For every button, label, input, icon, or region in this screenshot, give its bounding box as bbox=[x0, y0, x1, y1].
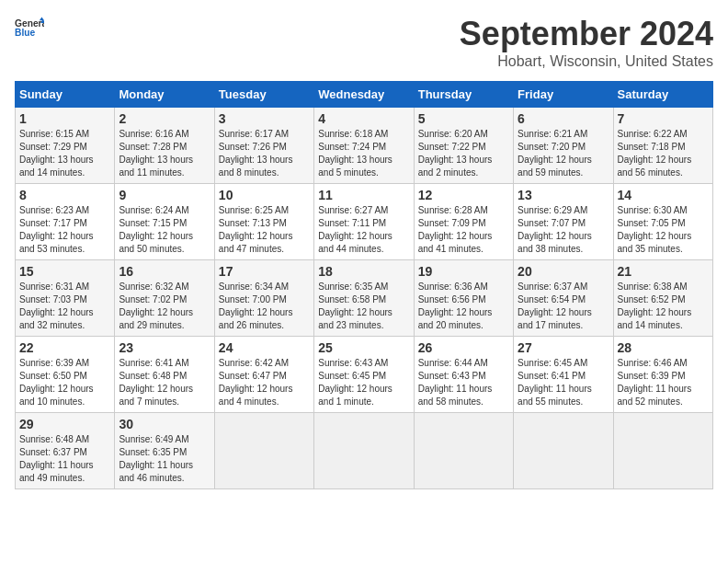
table-row: 20Sunrise: 6:37 AM Sunset: 6:54 PM Dayli… bbox=[514, 260, 613, 337]
table-row: 21Sunrise: 6:38 AM Sunset: 6:52 PM Dayli… bbox=[613, 260, 712, 337]
day-number: 25 bbox=[318, 340, 409, 355]
table-row: 2Sunrise: 6:16 AM Sunset: 7:28 PM Daylig… bbox=[115, 108, 214, 184]
table-row: 14Sunrise: 6:30 AM Sunset: 7:05 PM Dayli… bbox=[613, 184, 712, 260]
header-tuesday: Tuesday bbox=[214, 82, 313, 108]
day-info: Sunrise: 6:39 AM Sunset: 6:50 PM Dayligh… bbox=[19, 357, 110, 408]
day-number: 5 bbox=[418, 111, 509, 126]
day-info: Sunrise: 6:29 AM Sunset: 7:07 PM Dayligh… bbox=[518, 204, 609, 256]
table-row: 25Sunrise: 6:43 AM Sunset: 6:45 PM Dayli… bbox=[314, 337, 414, 413]
day-info: Sunrise: 6:42 AM Sunset: 6:47 PM Dayligh… bbox=[219, 357, 310, 408]
day-info: Sunrise: 6:49 AM Sunset: 6:35 PM Dayligh… bbox=[119, 433, 210, 485]
day-number: 18 bbox=[318, 264, 409, 279]
table-row: 17Sunrise: 6:34 AM Sunset: 7:00 PM Dayli… bbox=[214, 260, 313, 337]
header-friday: Friday bbox=[514, 82, 613, 108]
day-number: 9 bbox=[119, 188, 210, 202]
day-info: Sunrise: 6:15 AM Sunset: 7:29 PM Dayligh… bbox=[19, 128, 110, 179]
table-row: 30Sunrise: 6:49 AM Sunset: 6:35 PM Dayli… bbox=[115, 413, 214, 489]
table-row bbox=[314, 413, 414, 489]
table-row: 3Sunrise: 6:17 AM Sunset: 7:26 PM Daylig… bbox=[214, 108, 313, 184]
calendar-week-2: 8Sunrise: 6:23 AM Sunset: 7:17 PM Daylig… bbox=[16, 184, 713, 260]
table-row: 18Sunrise: 6:35 AM Sunset: 6:58 PM Dayli… bbox=[314, 260, 414, 337]
table-row bbox=[414, 413, 513, 489]
table-row bbox=[214, 413, 313, 489]
month-title: September 2024 bbox=[460, 15, 713, 53]
day-number: 30 bbox=[119, 417, 210, 431]
table-row: 15Sunrise: 6:31 AM Sunset: 7:03 PM Dayli… bbox=[16, 260, 115, 337]
calendar-week-5: 29Sunrise: 6:48 AM Sunset: 6:37 PM Dayli… bbox=[16, 413, 713, 489]
day-number: 11 bbox=[318, 188, 409, 202]
day-info: Sunrise: 6:37 AM Sunset: 6:54 PM Dayligh… bbox=[518, 281, 609, 332]
logo: General Blue bbox=[15, 15, 44, 40]
table-row: 5Sunrise: 6:20 AM Sunset: 7:22 PM Daylig… bbox=[414, 108, 513, 184]
title-area: September 2024 Hobart, Wisconsin, United… bbox=[460, 15, 713, 70]
day-info: Sunrise: 6:25 AM Sunset: 7:13 PM Dayligh… bbox=[219, 204, 310, 256]
day-info: Sunrise: 6:48 AM Sunset: 6:37 PM Dayligh… bbox=[19, 433, 110, 485]
day-number: 20 bbox=[518, 264, 609, 279]
day-number: 26 bbox=[418, 340, 509, 355]
day-info: Sunrise: 6:36 AM Sunset: 6:56 PM Dayligh… bbox=[418, 281, 509, 332]
svg-text:Blue: Blue bbox=[15, 28, 35, 38]
day-info: Sunrise: 6:28 AM Sunset: 7:09 PM Dayligh… bbox=[418, 204, 509, 256]
day-info: Sunrise: 6:34 AM Sunset: 7:00 PM Dayligh… bbox=[219, 281, 310, 332]
day-number: 6 bbox=[518, 111, 609, 126]
table-row: 10Sunrise: 6:25 AM Sunset: 7:13 PM Dayli… bbox=[214, 184, 313, 260]
day-number: 7 bbox=[618, 111, 709, 126]
header-wednesday: Wednesday bbox=[314, 82, 414, 108]
day-info: Sunrise: 6:41 AM Sunset: 6:48 PM Dayligh… bbox=[119, 357, 210, 408]
day-number: 13 bbox=[518, 188, 609, 202]
table-row: 13Sunrise: 6:29 AM Sunset: 7:07 PM Dayli… bbox=[514, 184, 613, 260]
logo-icon: General Blue bbox=[15, 15, 44, 40]
day-number: 29 bbox=[19, 417, 110, 431]
table-row: 7Sunrise: 6:22 AM Sunset: 7:18 PM Daylig… bbox=[613, 108, 712, 184]
day-number: 8 bbox=[19, 188, 110, 202]
day-info: Sunrise: 6:35 AM Sunset: 6:58 PM Dayligh… bbox=[318, 281, 409, 332]
day-info: Sunrise: 6:22 AM Sunset: 7:18 PM Dayligh… bbox=[618, 128, 709, 179]
day-number: 1 bbox=[19, 111, 110, 126]
day-info: Sunrise: 6:45 AM Sunset: 6:41 PM Dayligh… bbox=[518, 357, 609, 408]
day-number: 12 bbox=[418, 188, 509, 202]
day-info: Sunrise: 6:43 AM Sunset: 6:45 PM Dayligh… bbox=[318, 357, 409, 408]
day-info: Sunrise: 6:27 AM Sunset: 7:11 PM Dayligh… bbox=[318, 204, 409, 256]
table-row bbox=[613, 413, 712, 489]
day-number: 19 bbox=[418, 264, 509, 279]
day-number: 14 bbox=[618, 188, 709, 202]
table-row: 19Sunrise: 6:36 AM Sunset: 6:56 PM Dayli… bbox=[414, 260, 513, 337]
table-row bbox=[514, 413, 613, 489]
day-info: Sunrise: 6:30 AM Sunset: 7:05 PM Dayligh… bbox=[618, 204, 709, 256]
table-row: 1Sunrise: 6:15 AM Sunset: 7:29 PM Daylig… bbox=[16, 108, 115, 184]
day-number: 28 bbox=[618, 340, 709, 355]
table-row: 9Sunrise: 6:24 AM Sunset: 7:15 PM Daylig… bbox=[115, 184, 214, 260]
calendar-week-4: 22Sunrise: 6:39 AM Sunset: 6:50 PM Dayli… bbox=[16, 337, 713, 413]
day-info: Sunrise: 6:31 AM Sunset: 7:03 PM Dayligh… bbox=[19, 281, 110, 332]
header-sunday: Sunday bbox=[16, 82, 115, 108]
calendar-table: Sunday Monday Tuesday Wednesday Thursday… bbox=[15, 81, 713, 489]
day-number: 23 bbox=[119, 340, 210, 355]
header-thursday: Thursday bbox=[414, 82, 513, 108]
day-number: 4 bbox=[318, 111, 409, 126]
day-info: Sunrise: 6:24 AM Sunset: 7:15 PM Dayligh… bbox=[119, 204, 210, 256]
table-row: 12Sunrise: 6:28 AM Sunset: 7:09 PM Dayli… bbox=[414, 184, 513, 260]
day-info: Sunrise: 6:17 AM Sunset: 7:26 PM Dayligh… bbox=[219, 128, 310, 179]
day-info: Sunrise: 6:21 AM Sunset: 7:20 PM Dayligh… bbox=[518, 128, 609, 179]
day-info: Sunrise: 6:46 AM Sunset: 6:39 PM Dayligh… bbox=[618, 357, 709, 408]
day-number: 3 bbox=[219, 111, 310, 126]
calendar-week-1: 1Sunrise: 6:15 AM Sunset: 7:29 PM Daylig… bbox=[16, 108, 713, 184]
table-row: 26Sunrise: 6:44 AM Sunset: 6:43 PM Dayli… bbox=[414, 337, 513, 413]
day-number: 10 bbox=[219, 188, 310, 202]
day-info: Sunrise: 6:32 AM Sunset: 7:02 PM Dayligh… bbox=[119, 281, 210, 332]
day-info: Sunrise: 6:20 AM Sunset: 7:22 PM Dayligh… bbox=[418, 128, 509, 179]
location-title: Hobart, Wisconsin, United States bbox=[460, 53, 713, 70]
header-saturday: Saturday bbox=[613, 82, 712, 108]
day-number: 17 bbox=[219, 264, 310, 279]
table-row: 8Sunrise: 6:23 AM Sunset: 7:17 PM Daylig… bbox=[16, 184, 115, 260]
header-monday: Monday bbox=[115, 82, 214, 108]
table-row: 6Sunrise: 6:21 AM Sunset: 7:20 PM Daylig… bbox=[514, 108, 613, 184]
day-info: Sunrise: 6:16 AM Sunset: 7:28 PM Dayligh… bbox=[119, 128, 210, 179]
table-row: 27Sunrise: 6:45 AM Sunset: 6:41 PM Dayli… bbox=[514, 337, 613, 413]
table-row: 22Sunrise: 6:39 AM Sunset: 6:50 PM Dayli… bbox=[16, 337, 115, 413]
table-row: 23Sunrise: 6:41 AM Sunset: 6:48 PM Dayli… bbox=[115, 337, 214, 413]
day-number: 15 bbox=[19, 264, 110, 279]
header: General Blue September 2024 Hobart, Wisc… bbox=[15, 15, 713, 70]
day-number: 27 bbox=[518, 340, 609, 355]
day-number: 16 bbox=[119, 264, 210, 279]
